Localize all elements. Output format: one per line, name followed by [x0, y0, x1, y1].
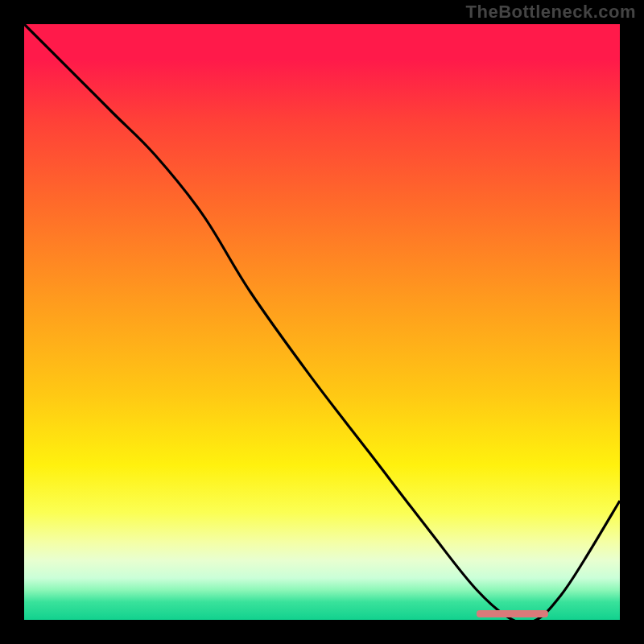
optimal-range-bar [477, 610, 548, 617]
curve-path [24, 24, 620, 620]
bottleneck-curve [24, 24, 620, 620]
attribution-text: TheBottleneck.com [466, 2, 636, 23]
plot-area [24, 24, 620, 620]
